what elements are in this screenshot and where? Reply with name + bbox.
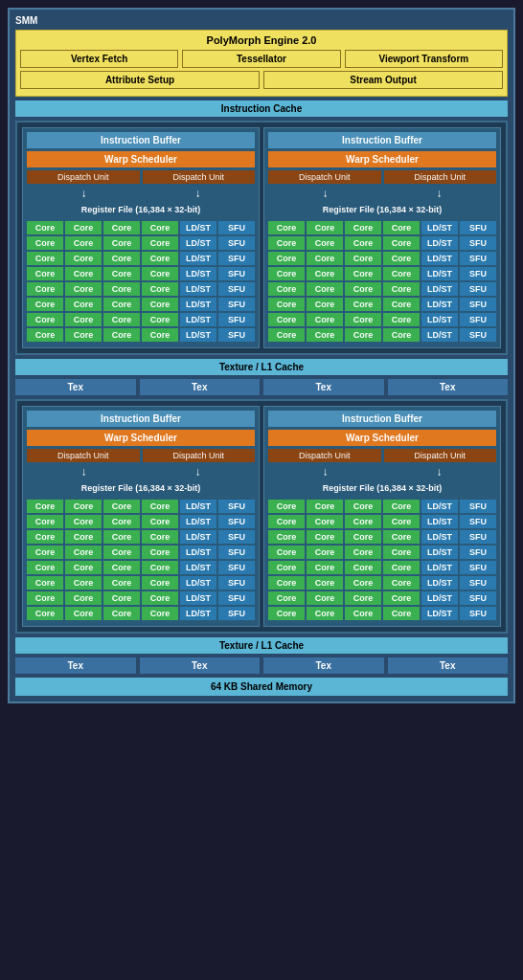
core-cell: Core	[383, 282, 420, 296]
core-cell: Core	[27, 530, 63, 544]
core-cell: Core	[268, 515, 305, 528]
core-cell: Core	[268, 221, 305, 234]
core-cell: Core	[383, 298, 420, 311]
core-cell: Core	[383, 515, 420, 528]
core-cell: Core	[307, 530, 343, 544]
core-cell: Core	[345, 515, 381, 528]
arrow-down-6: ↓	[195, 465, 201, 479]
core-cell: Core	[103, 546, 140, 559]
top-right-reg-file: Register File (16,384 × 32-bit)	[268, 202, 496, 217]
core-cell: Core	[268, 328, 305, 342]
bottom-right-arrows: ↓ ↓	[268, 465, 496, 479]
core-cell: Core	[27, 500, 63, 513]
stream-output: Stream Output	[263, 71, 503, 89]
sfu-cell: SFU	[218, 591, 255, 605]
core-cell: Core	[27, 282, 63, 296]
attribute-setup: Attribute Setup	[20, 71, 260, 89]
core-cell: Core	[268, 252, 305, 265]
arrow-down-2: ↓	[195, 187, 201, 200]
core-cell: Core	[142, 576, 178, 590]
sfu-cell: SFU	[460, 282, 496, 296]
core-cell: Core	[142, 607, 178, 620]
tex-box-5: Tex	[15, 657, 136, 674]
top-right-dispatch-1: Dispatch Unit	[268, 170, 381, 184]
ldst-cell: LD/ST	[421, 591, 458, 605]
ldst-cell: LD/ST	[421, 561, 458, 574]
bottom-left-warp-scheduler: Warp Scheduler	[27, 430, 255, 446]
tex-box-8: Tex	[388, 657, 509, 674]
sfu-cell: SFU	[218, 328, 255, 342]
core-cell: Core	[65, 500, 102, 513]
ldst-cell: LD/ST	[180, 328, 216, 342]
core-cell: Core	[27, 561, 63, 574]
core-cell: Core	[65, 252, 102, 265]
core-cell: Core	[383, 236, 420, 250]
core-cell: Core	[103, 236, 140, 250]
core-cell: Core	[65, 328, 102, 342]
ldst-cell: LD/ST	[180, 561, 216, 574]
core-cell: Core	[27, 328, 63, 342]
core-cell: Core	[307, 328, 343, 342]
ldst-cell: LD/ST	[421, 298, 458, 311]
arrow-down-1: ↓	[81, 187, 87, 200]
core-cell: Core	[103, 221, 140, 234]
top-left-arrows: ↓ ↓	[27, 187, 255, 200]
core-cell: Core	[307, 546, 343, 559]
sfu-cell: SFU	[218, 607, 255, 620]
core-cell: Core	[103, 576, 140, 590]
ldst-cell: LD/ST	[421, 500, 458, 513]
ldst-cell: LD/ST	[421, 221, 458, 234]
core-cell: Core	[65, 515, 102, 528]
core-cell: Core	[142, 252, 178, 265]
ldst-cell: LD/ST	[180, 236, 216, 250]
ldst-cell: LD/ST	[180, 515, 216, 528]
ldst-cell: LD/ST	[180, 221, 216, 234]
core-cell: Core	[65, 282, 102, 296]
texture-l1-cache-bar-2: Texture / L1 Cache	[15, 637, 508, 654]
core-cell: Core	[27, 252, 63, 265]
core-cell: Core	[383, 591, 420, 605]
top-left-warp-scheduler: Warp Scheduler	[27, 151, 255, 167]
core-cell: Core	[383, 530, 420, 544]
core-cell: Core	[307, 282, 343, 296]
shared-memory: 64 KB Shared Memory	[15, 678, 508, 696]
sfu-cell: SFU	[218, 561, 255, 574]
sfu-cell: SFU	[460, 576, 496, 590]
core-cell: Core	[142, 282, 178, 296]
sfu-cell: SFU	[460, 313, 496, 326]
sfu-cell: SFU	[460, 267, 496, 280]
top-two-col: Instruction Buffer Warp Scheduler Dispat…	[22, 127, 501, 348]
core-cell: Core	[142, 221, 178, 234]
ldst-cell: LD/ST	[421, 328, 458, 342]
sfu-cell: SFU	[460, 591, 496, 605]
core-cell: Core	[268, 236, 305, 250]
core-cell: Core	[307, 515, 343, 528]
core-cell: Core	[65, 267, 102, 280]
core-cell: Core	[307, 267, 343, 280]
vertex-fetch: Vertex Fetch	[20, 50, 178, 68]
ldst-cell: LD/ST	[421, 546, 458, 559]
sfu-cell: SFU	[218, 515, 255, 528]
poly-row-2: Attribute Setup Stream Output	[20, 71, 503, 89]
top-right-arrows: ↓ ↓	[268, 187, 496, 200]
core-cell: Core	[307, 221, 343, 234]
bottom-right-block: Instruction Buffer Warp Scheduler Dispat…	[263, 406, 501, 627]
core-cell: Core	[65, 561, 102, 574]
core-cell: Core	[345, 576, 381, 590]
core-cell: Core	[307, 298, 343, 311]
sfu-cell: SFU	[460, 298, 496, 311]
tex-box-2: Tex	[140, 379, 261, 395]
core-cell: Core	[142, 515, 178, 528]
sfu-cell: SFU	[218, 267, 255, 280]
ldst-cell: LD/ST	[180, 530, 216, 544]
core-cell: Core	[345, 298, 381, 311]
core-cell: Core	[103, 530, 140, 544]
core-cell: Core	[383, 500, 420, 513]
top-left-core-grid: CoreCoreCoreCoreLD/STSFU CoreCoreCoreCor…	[27, 221, 255, 342]
core-cell: Core	[268, 561, 305, 574]
core-cell: Core	[307, 607, 343, 620]
core-cell: Core	[142, 313, 178, 326]
core-cell: Core	[103, 252, 140, 265]
sfu-cell: SFU	[218, 313, 255, 326]
core-cell: Core	[103, 561, 140, 574]
